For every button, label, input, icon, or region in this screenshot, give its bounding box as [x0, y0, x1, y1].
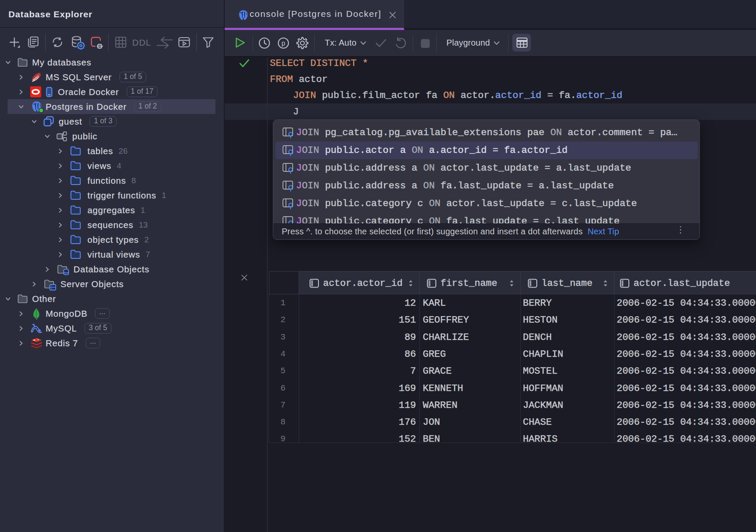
svg-text:p: p [282, 40, 286, 47]
